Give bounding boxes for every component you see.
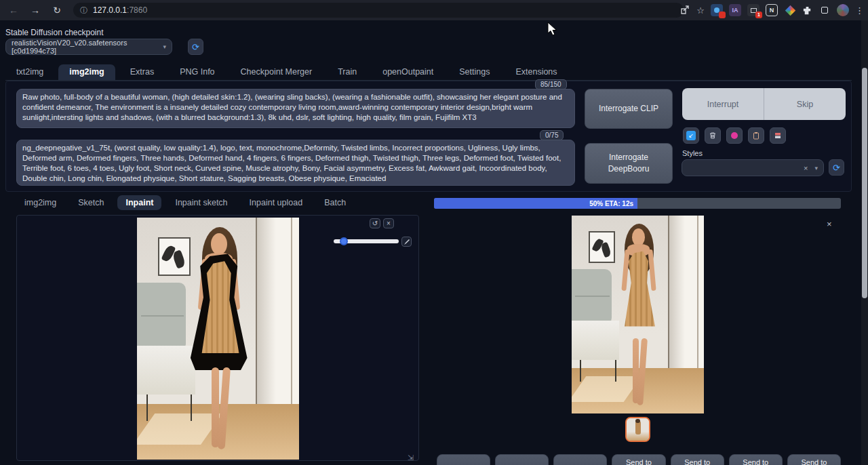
inpaint-source-image[interactable] [137, 218, 299, 460]
chevron-down-icon: ▾ [163, 43, 166, 50]
brush-icon [403, 239, 410, 245]
save-button[interactable] [437, 454, 490, 465]
interrogate-clip-button[interactable]: Interrogate CLIP [585, 89, 673, 129]
skip-button[interactable]: Skip [764, 88, 846, 120]
extension-icon-diamond[interactable] [784, 4, 796, 16]
browser-menu-icon[interactable]: ⋮ [855, 5, 864, 16]
tab-img2img[interactable]: img2img [58, 64, 115, 80]
send-to-inpaint-button[interactable]: Send to [671, 454, 724, 465]
send-to-openoutpaint-button[interactable]: Send to [787, 454, 841, 465]
prompt-token-counter: 85/150 [535, 79, 567, 89]
quick-actions: ↙ [683, 127, 786, 144]
undo-icon[interactable]: ↺ [370, 218, 380, 228]
send-button-1[interactable] [553, 454, 607, 465]
subtab-inpaint-sketch[interactable]: Inpaint sketch [167, 195, 235, 210]
brush-tool-button[interactable] [401, 237, 412, 247]
scrollbar-thumb[interactable] [862, 68, 867, 298]
gallery-close-icon[interactable]: × [827, 219, 832, 229]
resize-handle-icon[interactable]: ⇲ [408, 453, 414, 462]
extension-icon-ia[interactable]: IA [729, 4, 741, 16]
save-style-button[interactable] [770, 127, 786, 144]
chevron-down-icon: ▾ [814, 165, 818, 171]
reload-icon[interactable]: ↻ [49, 3, 65, 18]
result-actions: Send to Send to Send to Send to [437, 454, 841, 465]
tab-settings[interactable]: Settings [448, 64, 500, 80]
checkpoint-label: Stable Diffusion checkpoint [5, 28, 104, 37]
progress-fill: 50% ETA: 12s [434, 198, 637, 209]
generation-progress-bar: 50% ETA: 12s [434, 198, 841, 209]
checkpoint-refresh-button[interactable]: ⟳ [188, 39, 203, 55]
subtab-img2img[interactable]: img2img [16, 195, 64, 210]
tab-extensions[interactable]: Extensions [505, 64, 568, 80]
mouse-cursor [547, 22, 559, 37]
forward-icon[interactable]: → [27, 3, 43, 18]
tab-openoutpaint[interactable]: openOutpaint [372, 64, 444, 80]
extension-icon-2[interactable]: 1 [747, 4, 760, 16]
styles-refresh-button[interactable]: ⟳ [829, 159, 844, 176]
photo-woman-face [211, 233, 227, 255]
interrogate-deepbooru-button[interactable]: Interrogate DeepBooru [585, 143, 673, 184]
gallery-thumbnail-selected[interactable] [625, 417, 650, 442]
zip-button[interactable] [495, 454, 549, 465]
checkpoint-value: realisticVisionV20_v20.safetensors [c0d1… [12, 39, 163, 55]
tab-txt2img[interactable]: txt2img [5, 64, 54, 80]
send-to-img2img-button[interactable]: Send to [612, 454, 665, 465]
url-port: :7860 [127, 5, 147, 15]
canvas-toolbar: ↺ × [370, 218, 394, 228]
photo-table [137, 346, 195, 394]
img2img-mode-tabs: img2img Sketch Inpaint Inpaint sketch In… [16, 195, 354, 210]
page-scrollbar[interactable] [861, 20, 868, 465]
photo-wall-art [158, 237, 191, 276]
brush-size-handle[interactable] [340, 237, 348, 245]
styles-label: Styles [682, 149, 703, 157]
tab-train[interactable]: Train [327, 64, 368, 80]
clipboard-icon [752, 132, 760, 140]
browser-toolbar-icons: ☆ IA 1 N ⋮ [679, 0, 864, 20]
tab-png-info[interactable]: PNG Info [169, 64, 225, 80]
generation-controls: Interrupt Skip [682, 88, 846, 120]
extension-icon-n[interactable]: N [766, 4, 778, 16]
url-host: 127.0.0.1 [93, 5, 127, 15]
profile-avatar[interactable] [837, 4, 849, 16]
apply-styles-button[interactable] [748, 127, 764, 144]
subtab-batch[interactable]: Batch [316, 195, 354, 210]
generation-preview-image[interactable] [572, 216, 704, 413]
extra-networks-button[interactable] [726, 127, 743, 144]
tab-extras[interactable]: Extras [119, 64, 165, 80]
main-tabs: txt2img img2img Extras PNG Info Checkpoi… [5, 64, 852, 81]
clear-styles-icon[interactable]: × [804, 164, 808, 172]
bookmark-star-icon[interactable]: ☆ [696, 5, 705, 16]
site-info-icon[interactable]: ⓘ [80, 5, 87, 16]
save-card-icon [774, 132, 782, 140]
tab-checkpoint-merger[interactable]: Checkpoint Merger [230, 64, 323, 80]
extra-networks-icon [731, 132, 738, 139]
subtab-inpaint[interactable]: Inpaint [117, 195, 161, 210]
subtab-sketch[interactable]: Sketch [70, 195, 112, 210]
extension-icon-1[interactable] [711, 4, 723, 16]
url-bar[interactable]: ⓘ 127.0.0.1 :7860 [73, 3, 684, 18]
extensions-puzzle-icon[interactable] [802, 5, 812, 16]
styles-dropdown[interactable]: × ▾ [682, 159, 824, 176]
negative-prompt-textarea[interactable]: ng_deepnegative_v1_75t, (worst quality, … [16, 140, 575, 186]
negative-token-counter: 0/75 [540, 130, 564, 140]
back-icon[interactable]: ← [5, 3, 22, 18]
clear-prompt-button[interactable] [705, 127, 721, 144]
checkpoint-dropdown[interactable]: realisticVisionV20_v20.safetensors [c0d1… [5, 39, 172, 55]
paste-arrow-icon: ↙ [686, 131, 696, 140]
trash-icon [709, 132, 717, 140]
photo-sofa [137, 283, 186, 350]
app-root: ← → ↻ ⓘ 127.0.0.1 :7860 ☆ IA 1 N ⋮ Stabl… [0, 0, 868, 465]
browser-chrome: ← → ↻ ⓘ 127.0.0.1 :7860 ☆ IA 1 N ⋮ [0, 0, 868, 20]
share-icon[interactable] [679, 5, 690, 16]
clear-image-icon[interactable]: × [383, 218, 394, 228]
prompt-textarea[interactable]: Raw photo, full-body of a beautiful woma… [16, 89, 575, 128]
send-to-extras-button[interactable]: Send to [729, 454, 783, 465]
subtab-inpaint-upload[interactable]: Inpaint upload [241, 195, 311, 210]
extension-icon-3[interactable] [818, 4, 831, 16]
interrupt-button[interactable]: Interrupt [682, 88, 764, 120]
paste-generation-params-button[interactable]: ↙ [683, 127, 699, 144]
